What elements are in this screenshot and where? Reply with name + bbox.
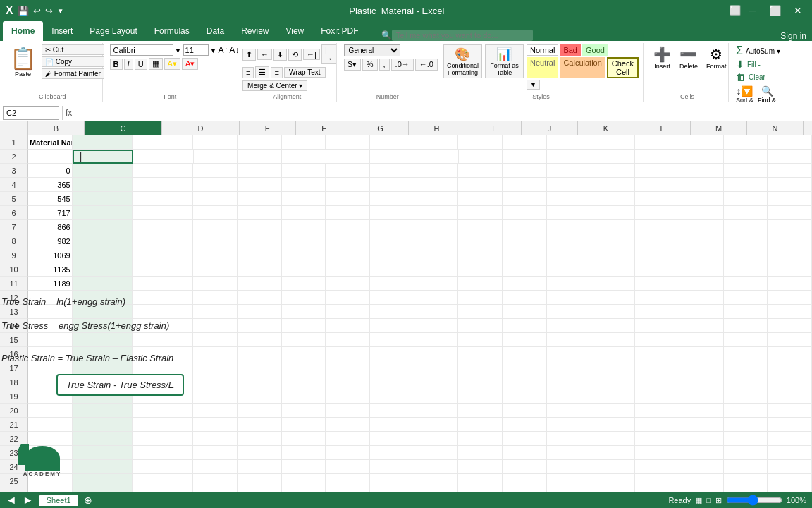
col-header-L[interactable]: L bbox=[634, 121, 691, 135]
cell-Q1[interactable] bbox=[724, 135, 768, 150]
cell-D22[interactable] bbox=[133, 432, 193, 446]
cell-B2[interactable] bbox=[28, 150, 73, 164]
cell-N4[interactable] bbox=[591, 178, 636, 192]
cell-D13[interactable] bbox=[133, 305, 193, 319]
cell-B17[interactable] bbox=[28, 361, 73, 375]
style-normal-btn[interactable]: Normal bbox=[527, 44, 558, 56]
cell-D5[interactable] bbox=[133, 192, 193, 206]
styles-more-btn[interactable]: ▼ bbox=[527, 80, 540, 90]
cell-H8[interactable] bbox=[326, 234, 370, 248]
search-input[interactable] bbox=[392, 30, 533, 41]
cell-O5[interactable] bbox=[635, 192, 679, 206]
cell-B16[interactable] bbox=[28, 347, 73, 361]
font-name-dropdown-icon[interactable]: ▼ bbox=[175, 47, 182, 54]
cell-N5[interactable] bbox=[591, 192, 636, 206]
paste-button[interactable]: 📋 Paste bbox=[7, 44, 39, 79]
autosum-btn[interactable]: AutoSum ▾ bbox=[746, 47, 780, 55]
cell-O4[interactable] bbox=[635, 178, 679, 192]
cell-D24[interactable] bbox=[133, 460, 193, 474]
cell-I4[interactable] bbox=[370, 178, 414, 192]
cell-R4[interactable] bbox=[768, 178, 812, 192]
cell-B5[interactable]: 545 bbox=[28, 192, 73, 206]
scroll-right-btn[interactable]: ► bbox=[23, 494, 34, 507]
cell-K2[interactable] bbox=[459, 150, 503, 164]
cell-O1[interactable] bbox=[635, 135, 679, 150]
cell-Q4[interactable] bbox=[724, 178, 768, 192]
cell-D26[interactable] bbox=[133, 488, 193, 492]
cell-C2[interactable]: | bbox=[73, 150, 133, 164]
cell-H7[interactable] bbox=[326, 220, 370, 234]
cell-R7[interactable] bbox=[768, 220, 812, 234]
cell-B15[interactable] bbox=[28, 333, 73, 347]
col-header-J[interactable]: J bbox=[522, 121, 578, 135]
col-header-G[interactable]: G bbox=[352, 121, 409, 135]
underline-button[interactable]: U bbox=[135, 59, 147, 70]
cell-P4[interactable] bbox=[679, 178, 724, 192]
cell-C4[interactable] bbox=[73, 178, 133, 192]
cell-L3[interactable] bbox=[503, 164, 547, 178]
cell-B4[interactable]: 365 bbox=[28, 178, 73, 192]
cell-B3[interactable]: 0 bbox=[28, 164, 73, 178]
cell-I11[interactable] bbox=[370, 277, 414, 291]
cell-K4[interactable] bbox=[458, 178, 503, 192]
increase-font-btn[interactable]: A↑ bbox=[218, 45, 228, 55]
cell-I2[interactable] bbox=[370, 150, 414, 164]
cell-D21[interactable] bbox=[133, 418, 193, 432]
cell-M11[interactable] bbox=[547, 277, 591, 291]
cell-M3[interactable] bbox=[547, 164, 591, 178]
view-normal-btn[interactable]: ▦ bbox=[695, 496, 702, 505]
cell-Q9[interactable] bbox=[724, 248, 768, 262]
col-header-E[interactable]: E bbox=[240, 121, 296, 135]
cell-M7[interactable] bbox=[547, 220, 591, 234]
cell-R11[interactable] bbox=[768, 277, 812, 291]
cell-M4[interactable] bbox=[547, 178, 591, 192]
cell-K1[interactable] bbox=[458, 135, 503, 150]
cell-K8[interactable] bbox=[458, 234, 503, 248]
cell-J9[interactable] bbox=[414, 248, 459, 262]
cell-B26[interactable] bbox=[28, 488, 73, 492]
cell-F5[interactable] bbox=[238, 192, 282, 206]
cell-L9[interactable] bbox=[503, 248, 547, 262]
cell-G10[interactable] bbox=[282, 262, 326, 277]
style-neutral-btn[interactable]: Neutral bbox=[527, 57, 558, 78]
cell-N3[interactable] bbox=[591, 164, 636, 178]
cell-D16[interactable] bbox=[133, 347, 193, 361]
font-size-input[interactable] bbox=[183, 44, 209, 56]
cell-C17[interactable] bbox=[73, 361, 133, 375]
cell-E11[interactable] bbox=[193, 277, 238, 291]
cell-G5[interactable] bbox=[282, 192, 326, 206]
minimize-btn[interactable]: ─ bbox=[745, 5, 761, 16]
col-header-F[interactable]: F bbox=[296, 121, 352, 135]
cell-B13[interactable] bbox=[28, 305, 73, 319]
style-calculation-btn[interactable]: Calculation bbox=[560, 57, 605, 78]
indent-increase-btn[interactable]: |→ bbox=[321, 44, 336, 64]
select-all-btn[interactable] bbox=[0, 121, 28, 135]
cell-J2[interactable] bbox=[414, 150, 459, 164]
currency-btn[interactable]: $▾ bbox=[344, 59, 361, 71]
cell-K10[interactable] bbox=[458, 262, 503, 277]
cell-P10[interactable] bbox=[679, 262, 724, 277]
cell-D20[interactable] bbox=[133, 404, 193, 418]
cell-M8[interactable] bbox=[547, 234, 591, 248]
font-color-btn[interactable]: A▾ bbox=[182, 58, 198, 70]
cell-C13[interactable] bbox=[73, 305, 133, 319]
align-top-btn[interactable]: ⬆ bbox=[242, 49, 256, 61]
cell-D6[interactable] bbox=[133, 206, 193, 220]
tab-foxit-pdf[interactable]: Foxit PDF bbox=[312, 21, 367, 41]
cell-O2[interactable] bbox=[635, 150, 679, 164]
quick-access-more[interactable]: ▼ bbox=[57, 7, 64, 15]
align-center-btn[interactable]: ☰ bbox=[255, 66, 269, 78]
cell-L10[interactable] bbox=[503, 262, 547, 277]
cell-D2[interactable] bbox=[133, 150, 194, 164]
cell-J7[interactable] bbox=[414, 220, 459, 234]
clear-btn[interactable]: Clear - bbox=[749, 73, 770, 81]
cell-F10[interactable] bbox=[238, 262, 282, 277]
cell-C26[interactable] bbox=[73, 488, 133, 492]
cell-B11[interactable]: 1189 bbox=[28, 277, 73, 291]
align-right-btn[interactable]: ≡ bbox=[271, 67, 282, 78]
cell-L11[interactable] bbox=[503, 277, 547, 291]
cell-D11[interactable] bbox=[133, 277, 193, 291]
align-middle-btn[interactable]: ↔ bbox=[257, 49, 272, 60]
col-header-O[interactable]: O bbox=[804, 121, 812, 135]
cell-K9[interactable] bbox=[458, 248, 503, 262]
